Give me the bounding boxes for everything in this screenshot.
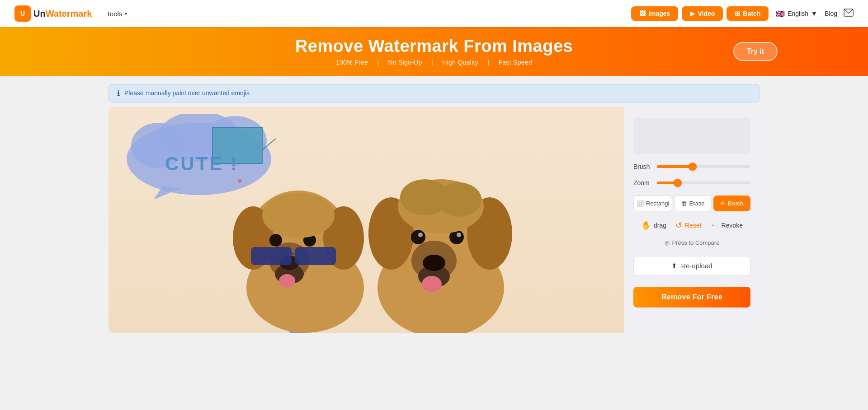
brush-slider[interactable] [657,165,750,168]
svg-rect-21 [295,247,336,265]
hero-title: Remove Watermark From Images [295,37,573,56]
batch-icon: ⊞ [735,10,740,17]
zoom-slider-row: Zoom [633,179,750,186]
hero-banner: Remove Watermark From Images 100% Free |… [0,27,868,76]
reset-icon: ↺ [675,220,682,230]
subtitle-nosignup: No Sign-Up [388,59,422,66]
hero-subtitle: 100% Free | No Sign-Up | High Quality | … [295,59,573,66]
images-button[interactable]: 🖼 Images [631,6,678,21]
svg-point-35 [422,276,442,292]
main-workspace: CUTE ! ♥ 🐾 🐾 🐾 🐾 🐾 [108,107,760,333]
info-message: Please manually paint over unwanted emoj… [124,89,250,97]
dogs-illustration [108,107,624,333]
reset-action[interactable]: ↺ Reset [675,220,702,230]
remove-button[interactable]: Remove For Free [633,287,750,308]
logo-icon-text: U [20,10,25,17]
svg-point-31 [411,230,425,244]
video-button[interactable]: ▶ Video [682,6,723,21]
zoom-label: Zoom [633,179,651,186]
dog-scene[interactable]: CUTE ! ♥ 🐾 🐾 🐾 🐾 🐾 [108,107,624,333]
navbar: U UnWatermark Tools ▾ 🖼 Images ▶ Video ⊞… [0,0,868,27]
preview-area [633,118,750,154]
try-it-button[interactable]: Try it [733,42,778,61]
image-panel[interactable]: CUTE ! ♥ 🐾 🐾 🐾 🐾 🐾 [108,107,624,333]
upload-icon: ⬆ [671,262,677,270]
svg-point-30 [423,255,445,271]
erase-icon: 🗑 [681,200,687,207]
language-selector[interactable]: 🇬🇧 English ▼ [776,9,817,18]
hero-content: Remove Watermark From Images 100% Free |… [295,37,573,66]
action-row: ✋ drag ↺ Reset ← Revoke [633,220,750,230]
logo-text: UnWatermark [33,9,92,19]
batch-button[interactable]: ⊞ Batch [726,6,769,21]
svg-point-38 [436,182,481,217]
tools-chevron-icon: ▾ [125,11,127,16]
compare-icon: ◎ [665,239,670,246]
blog-link[interactable]: Blog [825,10,837,17]
svg-point-33 [418,233,423,237]
subtitle-free: 100% Free [336,59,368,66]
reupload-button[interactable]: ⬆ Re-upload [633,256,750,276]
brush-label: Brush [633,163,651,170]
erase-tool-button[interactable]: 🗑 Erase [674,196,711,211]
revoke-icon: ← [711,220,719,230]
zoom-slider[interactable] [657,182,750,184]
brush-tool-button[interactable]: ✏ Brush [713,196,750,211]
logo[interactable]: U UnWatermark [14,5,92,22]
tool-buttons: ⬜ Rectangl 🗑 Erase ✏ Brush [633,196,750,211]
logo-icon: U [14,5,31,22]
subtitle-speed: Fast Speed [498,59,532,66]
right-panel: Brush Zoom ⬜ Rectangl 🗑 Erase [624,107,760,333]
revoke-action[interactable]: ← Revoke [711,220,743,230]
images-icon: 🖼 [639,10,646,17]
video-icon: ▶ [690,10,695,17]
brush-icon: ✏ [721,200,726,207]
tools-menu[interactable]: Tools ▾ [103,8,131,19]
svg-point-17 [269,234,282,247]
svg-point-19 [279,274,295,288]
flag-icon: 🇬🇧 [776,9,785,18]
mail-icon[interactable] [844,9,854,19]
drag-action[interactable]: ✋ drag [641,220,666,230]
subtitle-quality: High Quality [442,59,478,66]
svg-point-23 [262,193,335,238]
brush-slider-row: Brush [633,163,750,170]
info-bar: ℹ Please manually paint over unwanted em… [108,84,760,102]
rectangle-tool-button[interactable]: ⬜ Rectangl [633,196,672,211]
language-chevron-icon: ▼ [811,10,817,17]
drag-icon: ✋ [641,220,651,230]
svg-point-34 [457,233,461,237]
press-compare[interactable]: ◎ Press to Compare [633,239,750,246]
svg-rect-20 [251,247,292,265]
info-icon: ℹ [117,89,120,98]
rectangle-icon: ⬜ [637,200,644,207]
